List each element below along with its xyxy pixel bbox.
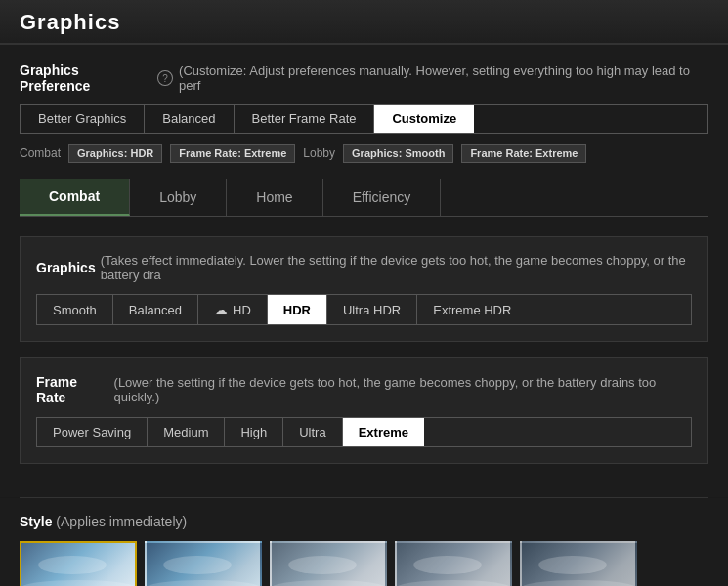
style-description: (Applies immediately): [56, 514, 187, 529]
style-thumbnails: [20, 541, 708, 586]
pref-btn-balanced[interactable]: Balanced: [145, 105, 234, 133]
preference-description: (Customize: Adjust preferences manually.…: [179, 63, 708, 93]
graphics-section-title: Graphics (Takes effect immediately. Lowe…: [36, 253, 692, 282]
opt-hd[interactable]: ☁ HD: [198, 295, 268, 324]
lobby-graphics-tag: Graphics: Smooth: [343, 144, 453, 163]
tab-combat[interactable]: Combat: [20, 179, 130, 216]
hd-label: HD: [233, 303, 251, 317]
pref-btn-better-graphics[interactable]: Better Graphics: [21, 105, 145, 133]
lobby-label: Lobby: [303, 146, 335, 160]
combat-info-row: Combat Graphics: HDR Frame Rate: Extreme…: [20, 144, 708, 163]
tab-lobby[interactable]: Lobby: [130, 179, 227, 216]
opt-smooth[interactable]: Smooth: [37, 295, 113, 324]
opt-extreme-hdr[interactable]: Extreme HDR: [417, 295, 527, 324]
combat-graphics-tag: Graphics: HDR: [68, 144, 162, 163]
tab-efficiency[interactable]: Efficiency: [323, 179, 442, 216]
graphics-label: Graphics: [36, 260, 96, 275]
framerate-options: Power Saving Medium High Ultra Extreme: [36, 417, 692, 447]
style-title: Style (Applies immediately): [20, 514, 708, 529]
preference-label: Graphics Preference ? (Customize: Adjust…: [20, 63, 708, 94]
framerate-settings-section: Frame Rate (Lower the setting if the dev…: [20, 357, 708, 464]
opt-high[interactable]: High: [225, 418, 283, 446]
opt-power-saving[interactable]: Power Saving: [37, 418, 148, 446]
framerate-section-title: Frame Rate (Lower the setting if the dev…: [36, 374, 692, 405]
opt-hdr[interactable]: HDR: [268, 295, 327, 324]
opt-extreme[interactable]: Extreme: [343, 418, 424, 446]
cloud-download-icon: ☁: [214, 302, 228, 317]
preference-buttons: Better Graphics Balanced Better Frame Ra…: [20, 104, 708, 134]
graphics-settings-section: Graphics (Takes effect immediately. Lowe…: [20, 236, 708, 342]
graphics-description: (Takes effect immediately. Lower the set…: [101, 253, 692, 282]
pref-btn-customize[interactable]: Customize: [374, 105, 474, 133]
lobby-framerate-tag: Frame Rate: Extreme: [461, 144, 586, 163]
style-section: Style (Applies immediately): [0, 498, 728, 586]
tabs-row: Combat Lobby Home Efficiency: [20, 179, 708, 217]
opt-balanced[interactable]: Balanced: [113, 295, 198, 324]
preference-title: Graphics Preference: [20, 63, 151, 94]
style-thumb-4[interactable]: [395, 541, 512, 586]
style-label: Style: [20, 514, 52, 529]
style-thumb-3[interactable]: [270, 541, 387, 586]
opt-medium[interactable]: Medium: [148, 418, 225, 446]
preferences-section: Graphics Preference ? (Customize: Adjust…: [0, 45, 728, 497]
style-thumb-5[interactable]: [520, 541, 637, 586]
info-icon: ?: [157, 70, 173, 86]
page-title: Graphics: [20, 10, 120, 34]
opt-ultra[interactable]: Ultra: [283, 418, 342, 446]
combat-label: Combat: [20, 146, 61, 160]
pref-btn-better-frame-rate[interactable]: Better Frame Rate: [235, 105, 375, 133]
framerate-label: Frame Rate: [36, 374, 109, 405]
combat-framerate-tag: Frame Rate: Extreme: [170, 144, 295, 163]
style-thumb-2[interactable]: [145, 541, 262, 586]
framerate-description: (Lower the setting if the device gets to…: [114, 375, 692, 404]
graphics-options: Smooth Balanced ☁ HD HDR Ultra HDR Extre…: [36, 294, 692, 325]
opt-ultra-hdr[interactable]: Ultra HDR: [327, 295, 417, 324]
header: Graphics: [0, 0, 728, 45]
tab-home[interactable]: Home: [227, 179, 322, 216]
style-thumb-1[interactable]: [20, 541, 137, 586]
